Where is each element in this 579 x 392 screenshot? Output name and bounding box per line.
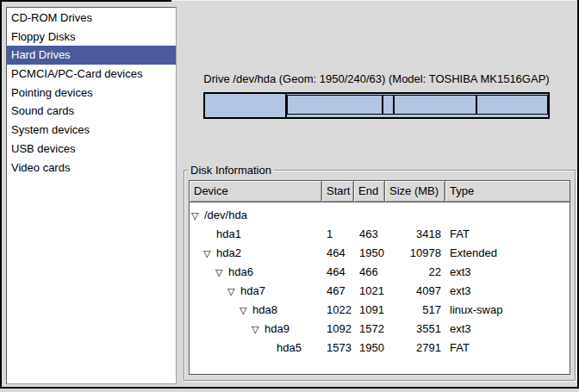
type-cell: Extended xyxy=(445,244,570,263)
type-cell: ext3 xyxy=(445,320,570,339)
type-cell xyxy=(445,206,570,225)
table-row-hda7[interactable]: ▽hda746710214097ext3 xyxy=(190,282,570,301)
sidebar-item-usb-devices[interactable]: USB devices xyxy=(7,140,176,159)
device-cell: ▽/dev/hda xyxy=(190,206,322,225)
start-cell xyxy=(322,206,354,225)
type-cell: ext3 xyxy=(445,263,570,282)
end-cell xyxy=(354,206,385,225)
column-header-size-mb[interactable]: Size (MB) xyxy=(385,181,445,202)
sidebar-item-sound-cards[interactable]: Sound cards xyxy=(7,102,176,121)
size-cell: 3418 xyxy=(385,225,445,244)
device-name: hda6 xyxy=(228,263,253,282)
sidebar-item-video-cards[interactable]: Video cards xyxy=(7,159,176,177)
device-cell: hda1 xyxy=(190,225,322,244)
disk-information-title: Disk Information xyxy=(188,164,274,177)
device-cell: hda5 xyxy=(190,339,322,358)
device-name: hda1 xyxy=(216,225,241,244)
end-cell: 1950 xyxy=(354,244,385,263)
sidebar-item-floppy-disks[interactable]: Floppy Disks xyxy=(7,28,176,47)
table-row-hda1[interactable]: hda114633418FAT xyxy=(190,225,570,244)
partition-segment-hda9 xyxy=(395,96,477,114)
size-cell xyxy=(385,206,445,225)
size-cell: 10978 xyxy=(385,244,445,263)
disk-table-body: ▽/dev/hdahda114633418FAT▽hda246419501097… xyxy=(190,202,570,358)
start-cell: 1022 xyxy=(322,301,354,320)
disk-table-header: DeviceStartEndSize (MB)Type xyxy=(190,181,570,202)
type-cell: linux-swap xyxy=(445,301,570,320)
window-top-highlight xyxy=(171,0,577,1)
partition-segment-hda7 xyxy=(288,96,383,114)
size-cell: 2791 xyxy=(385,339,445,358)
column-header-end[interactable]: End xyxy=(354,181,385,202)
type-cell: FAT xyxy=(445,339,570,358)
start-cell: 464 xyxy=(322,263,354,282)
sidebar-item-cd-rom-drives[interactable]: CD-ROM Drives xyxy=(7,9,176,28)
start-cell: 1573 xyxy=(322,339,354,358)
column-header-device[interactable]: Device xyxy=(190,181,322,202)
size-cell: 4097 xyxy=(385,282,445,301)
column-header-type[interactable]: Type xyxy=(445,181,570,202)
device-name: hda9 xyxy=(265,320,290,339)
sidebar-item-pcmcia-pc-card-devices[interactable]: PCMCIA/PC-Card devices xyxy=(7,65,176,84)
device-name: hda7 xyxy=(240,282,265,301)
table-row-dev-hda[interactable]: ▽/dev/hda xyxy=(190,206,570,225)
device-category-list: CD-ROM DrivesFloppy DisksHard DrivesPCMC… xyxy=(6,7,177,384)
device-cell: ▽hda7 xyxy=(190,282,322,301)
start-cell: 1092 xyxy=(322,320,354,339)
disk-information-frame: Disk Information DeviceStartEndSize (MB)… xyxy=(184,170,576,381)
extended-partition-box xyxy=(287,95,548,115)
end-cell: 463 xyxy=(354,225,385,244)
expander-icon[interactable]: ▽ xyxy=(202,244,216,263)
device-name: hda5 xyxy=(277,339,302,358)
device-cell: ▽hda8 xyxy=(190,301,322,320)
partition-segment-hda8 xyxy=(383,96,395,114)
end-cell: 466 xyxy=(354,263,385,282)
sidebar-item-hard-drives[interactable]: Hard Drives xyxy=(7,46,176,65)
start-cell: 467 xyxy=(322,282,354,301)
column-header-start[interactable]: Start xyxy=(322,181,354,202)
device-name: /dev/hda xyxy=(204,206,247,225)
table-row-hda8[interactable]: ▽hda810221091517linux-swap xyxy=(190,301,570,320)
end-cell: 1572 xyxy=(354,320,385,339)
end-cell: 1950 xyxy=(354,339,385,358)
expander-icon[interactable]: ▽ xyxy=(227,282,240,301)
size-cell: 3551 xyxy=(385,320,445,339)
table-row-hda9[interactable]: ▽hda9109215723551ext3 xyxy=(190,320,570,339)
size-cell: 517 xyxy=(385,301,445,320)
sidebar-item-pointing-devices[interactable]: Pointing devices xyxy=(7,84,176,103)
expander-icon[interactable]: ▽ xyxy=(251,320,265,339)
size-cell: 22 xyxy=(385,263,445,282)
hardware-browser-window: CD-ROM DrivesFloppy DisksHard DrivesPCMC… xyxy=(0,0,579,392)
start-cell: 464 xyxy=(322,244,354,263)
partition-segment-hda1 xyxy=(205,94,287,117)
table-row-hda2[interactable]: ▽hda2464195010978Extended xyxy=(190,244,570,263)
device-cell: ▽hda9 xyxy=(190,320,322,339)
partition-segment-hda5 xyxy=(477,96,547,114)
disk-table: DeviceStartEndSize (MB)Type ▽/dev/hdahda… xyxy=(189,180,570,375)
disk-partition-bar xyxy=(203,92,550,119)
table-row-hda6[interactable]: ▽hda646446622ext3 xyxy=(190,263,570,282)
expander-icon[interactable]: ▽ xyxy=(215,263,228,282)
device-name: hda8 xyxy=(252,301,277,320)
expander-icon[interactable]: ▽ xyxy=(190,206,204,225)
device-name: hda2 xyxy=(216,244,241,263)
end-cell: 1091 xyxy=(354,301,385,320)
sidebar-item-system-devices[interactable]: System devices xyxy=(7,121,176,140)
type-cell: ext3 xyxy=(445,282,570,301)
table-row-hda5[interactable]: hda5157319502791FAT xyxy=(190,339,570,358)
type-cell: FAT xyxy=(445,225,570,244)
window-border-top xyxy=(0,0,171,2)
device-cell: ▽hda2 xyxy=(190,244,322,263)
start-cell: 1 xyxy=(322,225,354,244)
expander-icon[interactable]: ▽ xyxy=(239,301,252,320)
end-cell: 1021 xyxy=(354,282,385,301)
device-cell: ▽hda6 xyxy=(190,263,322,282)
drive-info-label: Drive /dev/hda (Geom: 1950/240/63) (Mode… xyxy=(198,72,555,85)
